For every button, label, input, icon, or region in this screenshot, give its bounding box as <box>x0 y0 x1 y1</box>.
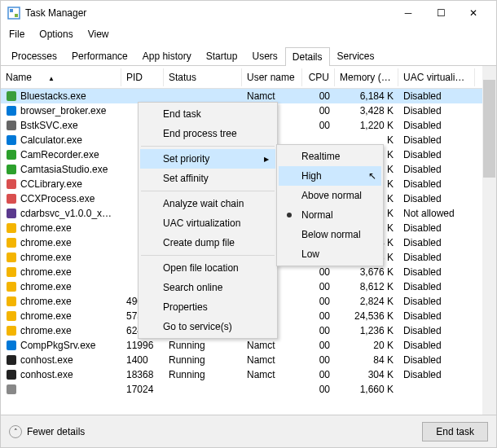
cm-separator <box>141 255 275 256</box>
svg-rect-21 <box>7 355 16 365</box>
table-row[interactable]: conhost.exe18368RunningNamct00304 KDisab… <box>1 367 496 382</box>
svg-rect-9 <box>7 179 16 189</box>
process-icon <box>6 134 17 146</box>
process-uac: Disabled <box>398 90 475 103</box>
process-uac: Disabled <box>398 236 475 249</box>
priority-normal[interactable]: Normal <box>279 205 381 225</box>
column-user[interactable]: User name <box>242 68 302 86</box>
process-memory: 84 K <box>335 354 398 367</box>
menu-options[interactable]: Options <box>37 27 74 42</box>
process-icon <box>6 208 17 219</box>
process-pid: 11996 <box>121 339 164 352</box>
cm-end-task[interactable]: End task <box>140 104 275 124</box>
priority-below-normal[interactable]: Below normal <box>279 225 381 244</box>
menu-view[interactable]: View <box>86 27 111 42</box>
table-row[interactable]: 17024001,660 K <box>1 382 496 397</box>
fewer-details-toggle[interactable]: ˄ Fewer details <box>9 425 422 438</box>
minimize-button[interactable]: ─ <box>392 2 424 24</box>
process-uac: Disabled <box>398 295 475 308</box>
process-memory: 8,612 K <box>335 280 398 293</box>
column-cpu[interactable]: CPU <box>302 68 335 86</box>
table-row[interactable]: CompPkgSrv.exe11996RunningNamct0020 KDis… <box>1 338 496 353</box>
process-uac <box>398 389 475 390</box>
tab-app-history[interactable]: App history <box>135 46 199 65</box>
process-icon <box>6 222 17 234</box>
close-button[interactable]: ✕ <box>457 2 490 24</box>
app-icon <box>7 7 20 20</box>
process-cpu: 00 <box>302 90 335 103</box>
cm-search-online[interactable]: Search online <box>140 278 275 297</box>
tab-startup[interactable]: Startup <box>199 46 245 65</box>
context-menu: End task End process tree Set priority▶ … <box>138 102 278 339</box>
svg-rect-20 <box>7 340 16 350</box>
process-cpu: 00 <box>302 368 335 381</box>
cm-dump[interactable]: Create dump file <box>140 233 275 253</box>
svg-rect-2 <box>15 14 18 17</box>
process-cpu: 00 <box>302 339 335 352</box>
cm-uac[interactable]: UAC virtualization <box>140 213 275 233</box>
scroll-thumb[interactable] <box>483 80 495 178</box>
table-row[interactable]: conhost.exe1400RunningNamct0084 KDisable… <box>1 353 496 367</box>
process-memory: 3,676 K <box>335 266 398 279</box>
process-name: conhost.exe <box>20 354 73 366</box>
process-uac: Disabled <box>398 280 475 293</box>
process-user: Namct <box>242 339 302 352</box>
menu-file[interactable]: File <box>7 27 26 42</box>
tab-processes[interactable]: Processes <box>4 46 64 65</box>
process-icon <box>6 90 17 102</box>
process-pid: 1400 <box>121 354 164 367</box>
cm-set-affinity[interactable]: Set affinity <box>140 169 275 188</box>
process-name: BstkSVC.exe <box>20 120 78 131</box>
process-uac: Disabled <box>398 368 475 381</box>
process-icon <box>6 164 17 175</box>
cm-properties[interactable]: Properties <box>140 297 275 317</box>
process-icon <box>6 281 17 292</box>
svg-rect-8 <box>7 165 16 174</box>
process-uac: Disabled <box>398 192 475 205</box>
process-icon <box>6 252 17 263</box>
chevron-up-icon: ˄ <box>9 425 22 438</box>
column-memory[interactable]: Memory (a... <box>335 68 398 86</box>
process-icon <box>6 384 17 395</box>
process-icon <box>6 340 17 351</box>
svg-rect-4 <box>7 106 16 116</box>
priority-above-normal[interactable]: Above normal <box>279 186 381 205</box>
tab-services[interactable]: Services <box>330 46 382 65</box>
process-icon <box>6 149 17 160</box>
cm-end-tree[interactable]: End process tree <box>140 124 275 143</box>
svg-rect-14 <box>7 253 16 262</box>
process-uac: Disabled <box>398 251 475 264</box>
svg-rect-1 <box>10 9 13 12</box>
column-uac[interactable]: UAC virtualiza... <box>398 68 475 86</box>
process-name: chrome.exe <box>20 325 72 336</box>
end-task-button[interactable]: End task <box>422 422 488 441</box>
process-cpu: 00 <box>302 354 335 367</box>
process-uac: Disabled <box>398 310 475 323</box>
maximize-button[interactable]: ☐ <box>424 2 457 24</box>
column-pid[interactable]: PID <box>121 68 164 86</box>
column-status[interactable]: Status <box>164 68 242 86</box>
process-pid: 18368 <box>121 368 164 381</box>
process-status <box>164 389 242 390</box>
priority-high[interactable]: High↖ <box>279 166 381 186</box>
cm-analyze[interactable]: Analyze wait chain <box>140 194 275 213</box>
priority-realtime[interactable]: Realtime <box>279 147 381 166</box>
cm-open-location[interactable]: Open file location <box>140 258 275 278</box>
process-user: Namct <box>242 90 302 103</box>
process-pid: 17024 <box>121 383 164 396</box>
priority-low[interactable]: Low <box>279 244 381 264</box>
column-name[interactable]: Name▲ <box>1 68 121 86</box>
process-icon <box>6 310 17 322</box>
tab-performance[interactable]: Performance <box>64 46 135 65</box>
window-title: Task Manager <box>25 7 392 19</box>
process-icon <box>6 325 17 336</box>
cm-set-priority[interactable]: Set priority▶ <box>140 149 275 169</box>
svg-rect-13 <box>7 238 16 248</box>
process-memory: 1,236 K <box>335 324 398 337</box>
tab-users[interactable]: Users <box>244 46 284 65</box>
cm-goto-services[interactable]: Go to service(s) <box>140 317 275 336</box>
vertical-scrollbar[interactable] <box>482 66 496 423</box>
cm-separator <box>141 191 275 191</box>
process-memory: 3,428 K <box>335 104 398 117</box>
tab-details[interactable]: Details <box>285 47 330 66</box>
